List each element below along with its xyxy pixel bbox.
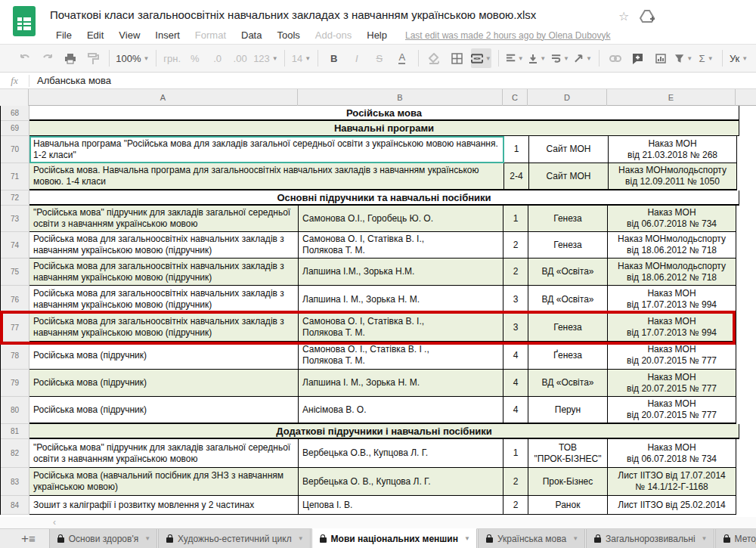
all-sheets-icon[interactable]: ≡ [29, 529, 36, 548]
grid-cell[interactable]: 2 [503, 468, 528, 496]
grid-cell[interactable]: Перун [528, 397, 608, 424]
grid-cell[interactable]: Вербецька О.В., Купцова Л. Г. [299, 439, 503, 468]
grid-cell[interactable]: Цепова І. В. [299, 496, 503, 515]
vertical-align-icon[interactable]: ▼ [528, 48, 547, 68]
chevron-down-icon[interactable]: ▼ [144, 535, 150, 542]
bold-button[interactable]: B [325, 48, 343, 68]
row-header-74[interactable]: 74 [1, 232, 29, 259]
grid-cell[interactable]: Російська мова для загальноосвітніх навч… [29, 286, 299, 314]
horizontal-align-icon[interactable]: ▼ [506, 48, 524, 68]
menu-data[interactable]: Data [234, 28, 269, 42]
grid-cell[interactable]: Наказ МОН від 21.03.2018 № 268 [609, 136, 737, 163]
last-edit-link[interactable]: Last edit was made 2 hours ago by Olena … [405, 30, 611, 41]
grid-cell[interactable]: Сайт МОН [529, 136, 609, 163]
grid-cell[interactable]: Ранок [528, 496, 608, 515]
grid-cell[interactable]: Російська мова (підручник) [29, 370, 299, 397]
grid-cell[interactable]: 2 [503, 496, 528, 515]
grid-cell[interactable]: 1 [503, 206, 528, 232]
horizontal-scrollbar[interactable]: ‹ [0, 517, 756, 528]
text-color-button[interactable]: A [393, 48, 411, 68]
grid-cell[interactable]: Самонова О. І, Статівка В. І., Полякова … [299, 232, 503, 259]
sheet-tab-inactive[interactable]: Художньо-естетичний цикл▼ [158, 529, 310, 548]
grid-cell[interactable]: 2-4 [504, 163, 529, 190]
grid-cell[interactable]: Наказ МОН від 17.07.2013 № 994 [608, 286, 736, 314]
chevron-down-icon[interactable]: ▼ [702, 535, 708, 542]
menu-edit[interactable]: Edit [79, 28, 111, 42]
grid-cell[interactable]: Самонова О. І., Статівка В. І ., Поляков… [299, 342, 503, 370]
grid-cell[interactable]: Генеза [528, 206, 608, 232]
text-wrap-icon[interactable]: ▼ [551, 48, 569, 68]
grid-cell[interactable]: 2 [503, 259, 528, 286]
sheet-tab-active[interactable]: Мови національних меншин▼ [311, 528, 477, 548]
grid-cell[interactable]: Наказ МОН від 17.07.2013 № 994 [608, 314, 736, 342]
grid-cell[interactable]: Лист ІІТЗО від 17.07.2014 № 14.1/12-Г-11… [608, 468, 736, 496]
row-header-82[interactable]: 82 [1, 439, 29, 468]
grid-cell[interactable]: ТОВ "ПРОК-БІЗНЕС" [528, 439, 608, 468]
row-header-79[interactable]: 79 [1, 370, 29, 397]
row-header-80[interactable]: 80 [1, 397, 29, 424]
grid-cell[interactable]: 3 [503, 286, 528, 314]
grid-cell[interactable]: 4 [503, 397, 528, 424]
grid-cell[interactable]: "Російська мова" підручник для закладів … [29, 439, 299, 468]
star-icon[interactable]: ☆ [618, 9, 629, 23]
grid-cell[interactable]: Сайт МОН [529, 163, 609, 190]
grid-cell[interactable]: 4 [503, 370, 528, 397]
row-header-77[interactable]: 77 [1, 314, 29, 342]
grid-cell[interactable]: Наказ МОН від 20.07.2015 № 777 [608, 342, 736, 370]
column-header-c[interactable]: C [503, 89, 528, 106]
sheet-tab-inactive[interactable]: Методична▼ [715, 529, 756, 548]
grid-cell[interactable]: ВД «Освіта» [528, 286, 608, 314]
row-header-70[interactable]: 70 [1, 136, 29, 163]
sheet-tab-inactive[interactable]: Загальнорозвивальні▼ [586, 529, 714, 548]
grid-cell[interactable]: Наказ МОНмолодьспорту від 18.06.2012 № 7… [608, 232, 736, 259]
menu-view[interactable]: View [111, 28, 147, 42]
grid-cell[interactable]: 3 [503, 314, 528, 342]
chevron-down-icon[interactable]: ▼ [464, 535, 470, 542]
grid-cell[interactable]: 2 [503, 232, 528, 259]
row-header-68[interactable]: 68 [1, 106, 29, 121]
print-icon[interactable] [61, 48, 79, 68]
menu-tools[interactable]: Tools [269, 28, 307, 42]
grid-cell[interactable]: Наказ МОН від 20.07.2015 № 777 [608, 370, 736, 397]
row-header-83[interactable]: 83 [1, 468, 29, 496]
row-header-84[interactable]: 84 [1, 496, 29, 515]
grid-cell[interactable]: Зошит з каліграфії і розвитку мовлення у… [29, 496, 299, 515]
grid-cell[interactable]: Наказ МОНмолодьспорту від 12.09.2011 № 1… [609, 163, 737, 190]
grid-cell[interactable]: Російська мова (підручник) [29, 397, 299, 424]
grid-cell[interactable]: Додаткові підручники і навчальні посібни… [29, 424, 739, 439]
row-header-69[interactable]: 69 [1, 121, 29, 136]
column-header-b[interactable]: B [298, 89, 503, 106]
grid-cell[interactable]: Навчальні програми [29, 121, 739, 136]
grid-cell[interactable]: Російська мова для загальноосвітніх навч… [29, 314, 299, 342]
formula-bar-value[interactable]: Албанська мова [29, 75, 111, 86]
functions-button[interactable]: Σ▼ [697, 48, 715, 68]
borders-icon[interactable] [448, 48, 466, 68]
grid-cell[interactable]: Ґенеза [528, 342, 608, 370]
grid-cell[interactable]: Лист ІІТЗО від 25.02.2014 [608, 496, 736, 515]
grid-cell[interactable]: Лапшина І.М., Зорька Н.М. [299, 259, 503, 286]
merge-cells-icon[interactable]: ▼ [471, 48, 491, 68]
grid-corner[interactable] [0, 89, 29, 106]
grid-cell[interactable]: Російська мова (підручник) [29, 342, 299, 370]
grid-cell[interactable]: Російська мова для загальноосвітніх навч… [29, 259, 299, 286]
sheet-tab-inactive[interactable]: Основи здоров'я▼ [49, 529, 157, 548]
row-header-72[interactable]: 72 [1, 190, 29, 206]
zoom-select[interactable]: 100%▼ [116, 48, 149, 68]
chevron-down-icon[interactable]: ▼ [572, 535, 578, 542]
menu-file[interactable]: File [48, 28, 79, 42]
grid-cell[interactable]: Анісімова В. О. [299, 397, 503, 424]
grid-cell[interactable]: Вербецька О. В., Купцова Л. Г. [299, 468, 503, 496]
menu-insert[interactable]: Insert [147, 28, 187, 42]
grid-cell[interactable]: Російська мова. Навчальна програма для з… [29, 163, 504, 190]
grid-cell[interactable]: 4 [503, 342, 528, 370]
column-header-e[interactable]: E [607, 89, 736, 106]
grid-cell[interactable]: Наказ МОН від 06.07.2018 № 734 [608, 206, 736, 232]
grid-cell[interactable]: Генеза [528, 232, 608, 259]
grid-cell[interactable]: Основні підручники та навчальні посібник… [29, 190, 739, 206]
grid-cell[interactable]: Генеза [528, 314, 608, 342]
filter-icon[interactable]: ▼ [674, 48, 692, 68]
chevron-down-icon[interactable]: ▼ [298, 535, 304, 542]
grid-cell[interactable]: Лапшина І. М., Зорька Н. М. [299, 370, 503, 397]
row-header-81[interactable]: 81 [1, 424, 29, 439]
menu-help[interactable]: Help [359, 28, 395, 42]
